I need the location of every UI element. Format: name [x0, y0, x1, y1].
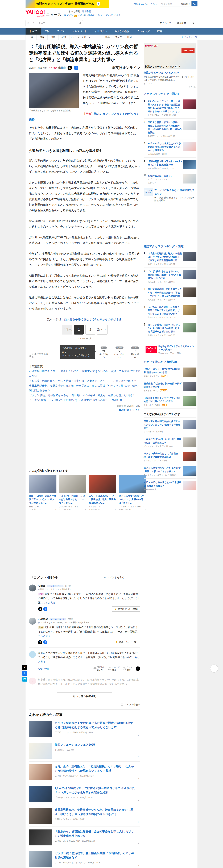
cat-science[interactable]: 科学 — [102, 35, 113, 40]
ranking-title[interactable]: 「いざ“戦争”をしたら強いのは進次郎だね」混迷する“ポスト石破”レースの行方 — [148, 270, 181, 279]
pr-title[interactable]: お金の悩みに、答えを。 — [148, 175, 173, 177]
help-link[interactable]: ヘルプ — [151, 2, 158, 5]
list-item[interactable]: ガソリン暫定税なくす代わりに走行距離に課税? 補助金は出すくせに財源を心配する政… — [29, 718, 140, 740]
x-share-icon[interactable]: X — [38, 640, 42, 644]
tab-opinions[interactable]: みんなの意見 — [111, 28, 133, 35]
ranking-item[interactable]: 1 あいみょん「タトゥー炎上」過熱 “ひどすぎる”暴言・差別的発言の嵐…SNS投… — [144, 97, 196, 119]
search-icon[interactable] — [78, 22, 81, 25]
tab-paid[interactable]: 有料 — [153, 28, 166, 35]
report-article-link[interactable]: 記事に関する報告 — [29, 352, 50, 359]
login-link[interactable]: ログイン — [64, 14, 73, 17]
promo-banner[interactable]: 何問わかる？ クイズで学ぼう 避難訓練ゲーム › — [26, 0, 109, 8]
settings-button[interactable] — [189, 20, 197, 26]
mypage-link[interactable]: マイページ — [157, 20, 174, 26]
facebook-share-icon[interactable]: f — [74, 66, 78, 70]
purchase-history-link[interactable]: 購入履歴 — [174, 20, 189, 26]
chevron-right-icon[interactable]: › — [97, 2, 100, 6]
article-title[interactable]: ガソリン暫定税なくす代わりに走行距離に課税? 補助金は出すくせに財源を心配する政… — [55, 721, 140, 730]
article-card[interactable]: 国民・玉木雄一郎代表が抗議「言っていない」ガソリン税めぐる一… 日刊スポーツ 8… — [29, 475, 57, 511]
ranking-title[interactable]: 30日～31日は名古屋など40℃予想続出 東海は災害級暑さ 9月はやっと猛暑減る — [148, 142, 181, 152]
close-icon[interactable]: × — [138, 864, 139, 867]
ad-title[interactable]: PayPayポイントがもらえるキャンペーン実施中 — [158, 345, 194, 351]
publisher-logo[interactable]: 集英社オンライン — [112, 65, 140, 70]
ranking-title[interactable]: 【随時更新 8月29日（金）～9月8日（月）】台風情報2025 — [148, 160, 182, 166]
x-share-icon[interactable]: X — [68, 66, 72, 70]
article-card[interactable]: 「全員に2万円給付」はやっぱり無理でした…「一つも公約を… プレジデントオンライ… — [59, 475, 86, 511]
list-item[interactable]: 元青汁王子・三崎優太氏、「走行距離税」めぐり怒り 「なんかもう狂気の沙汰としか思… — [29, 762, 140, 783]
cat-sports[interactable]: スポーツ — [80, 35, 91, 40]
factcheck-title[interactable]: フェイクに騙されない 情報習慣をチェック — [154, 189, 195, 195]
publisher-link[interactable]: 集英社オンライン — [119, 408, 140, 411]
yahoo-japan-link[interactable]: Yahoo! JAPAN — [133, 3, 148, 5]
paid-articles-header[interactable]: あわせて読みたい有料記事 — [144, 360, 196, 365]
empathy-button[interactable]: 共感した2.7万 — [93, 666, 105, 672]
avatar[interactable] — [29, 585, 36, 591]
list-item[interactable]: ガソリン減税の代わりに「新税検討」報道に国民激怒＆絶望みんかぶマガジン 8/26… — [144, 450, 196, 464]
image-gallery-link[interactable]: 【画像】地方のガソリンスタンドのガソリン価格 — [29, 111, 140, 122]
cat-domestic[interactable]: 国内 — [36, 35, 47, 40]
ranking-item[interactable]: 3 豊田章男経産相、安野貴博デジタル相、幹事長はまさかの…石破「やけくそ」崖っぷ… — [144, 285, 196, 303]
list-item[interactable]: 国民・玉木雄一郎代表が抗議「言っていない」ガソリン税めぐる一部報道に日刊スポーツ… — [144, 418, 196, 436]
next-page-teaser[interactable]: 次ページは：自民党を手厚く支援する2団体からの板ばさみ — [29, 318, 140, 321]
web-search-input[interactable]: ウェブ検索 ↑奈美悦子 — [160, 1, 192, 6]
sidebar-ad[interactable]: PayPay ポイント PayPayポイントがもらえるキャンペーン実施中 Yah… — [144, 343, 196, 356]
ranking-item[interactable]: 4 ＜石丸氏・代表辞任へ＞全10人落選「再生の道」と参政党、どうしてここまで差が… — [144, 303, 196, 321]
article-title[interactable]: 30日～31日は名古屋など40℃予想続出 東海は災害級暑さ — [144, 481, 181, 487]
list-item[interactable]: 10月からスマホを持っているだけで“月額1100円”の「ネット税」?ファイナンシ… — [144, 464, 196, 478]
ad-title[interactable]: 物流ソリューションフェア2025 — [144, 71, 196, 74]
article-title[interactable]: 4人産めば所得税ゼロ、次は住宅支援…成功例ともてはやされた「ハンガリーの少子化対… — [55, 786, 140, 795]
ranking-title[interactable]: 〈「走行距離課税」導入へ本格議論〉ガソリン税の暫定税率廃止で加速する恒久財源確保… — [148, 252, 182, 261]
facebook-share-icon[interactable]: f — [43, 640, 47, 644]
paid-item[interactable]: 【保存版】家計を守るガソリン代節約術 プロが教える7つの方法マネーポストWEB2… — [144, 394, 196, 409]
access-ranking-header[interactable]: アクセスランキング（国内） — [144, 92, 196, 97]
ranking-item[interactable]: 2 理不尽な苦情→ドラレコ証拠に反論…高槻市営バス「お客様の声」が話題に 7年続… — [144, 119, 196, 140]
paid-item[interactable]: 石破政権「9月解散」説の真偽 永田町関係者が明かす集英社オンライン330円 — [144, 380, 196, 394]
pager-next[interactable]: 次へ 〉 — [97, 325, 107, 335]
paid-title[interactable]: 【保存版】家計を守るガソリン代節約術 プロが教える7つの方法 — [144, 397, 180, 403]
close-icon[interactable]: × — [155, 182, 156, 184]
list-item[interactable]: 「財源のない減税論は無責任」全国知事会など申し入れ ガソリンの暫定税率廃止めぐり… — [29, 827, 140, 848]
close-icon[interactable]: × — [138, 842, 139, 845]
article-card[interactable]: ガソリン減税の代わりに「新税検討」報道に国民激怒＆絶望…な… みんかぶマガジン … — [89, 475, 116, 511]
related-link[interactable]: 豊田章男経産相、安野貴博デジタル相、幹事長はまさかの…石破「やけくそ」崖っぷち改… — [29, 383, 140, 393]
article-title[interactable]: 「財源のない減税論は無責任」全国知事会など申し入れ ガソリンの暫定税率廃止めぐり — [55, 830, 140, 838]
close-icon[interactable]: × — [85, 508, 86, 511]
tab-sokuhou[interactable]: 速報 — [41, 28, 53, 35]
ranking-item[interactable]: 2 「いざ“戦争”をしたら強いのは進次郎だね」混迷する“ポスト石破”レースの行方… — [144, 268, 196, 286]
tab-expert[interactable]: エキスパート — [68, 28, 91, 35]
close-icon[interactable]: × — [138, 755, 139, 758]
cat-life[interactable]: ライフ — [113, 35, 124, 40]
search-button[interactable] — [192, 1, 197, 6]
magazine-ranking-header[interactable]: 雑誌アクセスランキング（国内） — [144, 245, 196, 250]
reaction-learned-button[interactable]: 837 学びがある — [99, 346, 109, 359]
paid-title[interactable]: 石破政権「9月解散」説の真偽 永田町関係者が明かす — [144, 382, 182, 389]
facebook-share-icon[interactable]: f — [43, 607, 47, 611]
article-title[interactable]: 豊田章男経産相、安野貴博デジタル相、幹事長はまさかの…石破「やけくそ」崖っぷち改… — [55, 808, 140, 816]
ranking-title[interactable]: ガソリン減税、何が何でもやらない自民党に国民が絶望…野党も「頑張った感」だけ演出 — [148, 323, 180, 333]
close-icon[interactable]: × — [55, 508, 57, 511]
trending-word[interactable]: ↑奈美悦子 — [181, 2, 190, 5]
hatena-share-icon[interactable]: B! — [22, 677, 27, 682]
list-item[interactable]: 4人産めば所得税ゼロ、次は住宅支援…成功例ともてはやされた「ハンガリーの少子化対… — [29, 783, 140, 805]
related-link[interactable]: 石破首相は国民をミスリードをしたいのか、算数すらできないのか…減税しても道路に穴… — [29, 369, 140, 378]
close-icon[interactable]: × — [138, 734, 139, 737]
card-title[interactable]: 「全員に2万円給付」はやっぱり無理でした…「一つも公約を… — [59, 494, 86, 505]
tab-ranking[interactable]: ランキング — [133, 28, 154, 35]
reply-count-link[interactable]: 返信 205件 — [38, 667, 49, 670]
commenter-name[interactable]: 不破雷蔵 — [38, 618, 48, 620]
pager-prev[interactable]: 〈 前へ — [62, 325, 72, 335]
x-share-icon[interactable]: X — [38, 607, 42, 611]
card-title[interactable]: ガソリン減税の代わりに「新税検討」報道に国民激怒＆絶望…な… — [89, 494, 116, 505]
coupon-link[interactable]: お買い物がお得になるクーポンがたくさん — [77, 14, 121, 17]
reaction-clear-button[interactable]: 1,833 わかりやすい — [114, 346, 126, 359]
pager-page-2[interactable]: 2 — [86, 325, 95, 335]
tab-top[interactable]: トップ — [26, 28, 41, 35]
tab-live[interactable]: ライブ — [53, 28, 68, 35]
article-title[interactable]: ガソリン税「暫定税率」廃止協議が難航 「代替財源」めぐり与野党の溝埋まらず — [55, 851, 140, 860]
cat-entertainment[interactable]: エンタメ — [69, 35, 80, 40]
info-icon[interactable]: ⓘ — [152, 182, 154, 184]
x-share-icon[interactable]: X — [22, 665, 27, 670]
more-comments-button[interactable]: もっと見る(4864件) — [57, 692, 113, 700]
ranking-title[interactable]: ＜石丸氏・代表辞任へ＞全10人落選「再生の道」と参政党、どうしてここまで差がつい… — [148, 306, 180, 315]
cat-world[interactable]: 国際 — [47, 35, 58, 40]
